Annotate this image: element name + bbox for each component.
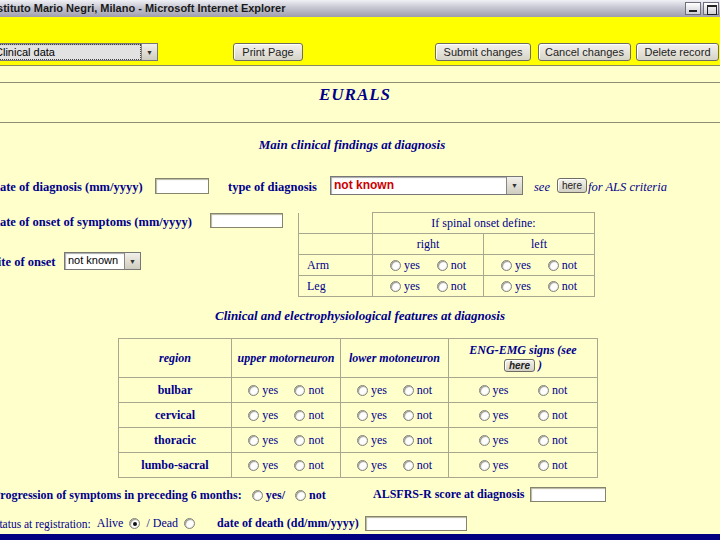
region-thoracic-label: thoracic bbox=[119, 428, 232, 453]
radio-yes-label: yes bbox=[493, 433, 509, 448]
radio-dead[interactable] bbox=[184, 518, 195, 529]
radio-yes[interactable] bbox=[479, 460, 490, 471]
radio-yes-label: yes bbox=[262, 433, 278, 448]
minimize-button[interactable] bbox=[685, 2, 701, 15]
radio-yes[interactable] bbox=[357, 460, 368, 471]
radio-yes[interactable] bbox=[501, 260, 512, 271]
table-row: bulbar yes not yes not yes not bbox=[119, 378, 598, 403]
table-row: right left bbox=[299, 234, 595, 255]
radio-not[interactable] bbox=[548, 281, 559, 292]
leg-right-not: not bbox=[437, 279, 466, 294]
radio-yes[interactable] bbox=[248, 410, 259, 421]
radio-not-label: not bbox=[552, 408, 567, 423]
radio-yes[interactable] bbox=[479, 435, 490, 446]
delete-record-button[interactable]: Delete record bbox=[636, 43, 719, 61]
radio-not[interactable] bbox=[295, 490, 306, 501]
type-of-diagnosis-label: type of diagnosis bbox=[228, 180, 317, 195]
radio-yes-label: yes bbox=[404, 258, 420, 273]
radio-yes[interactable] bbox=[252, 490, 263, 501]
alive-label: Alive bbox=[97, 516, 124, 531]
arm-right-not: not bbox=[437, 258, 466, 273]
date-of-onset-input[interactable] bbox=[210, 213, 283, 228]
radio-yes[interactable] bbox=[357, 410, 368, 421]
als-criteria-here-button[interactable]: here bbox=[557, 178, 587, 193]
radio-not-label: not bbox=[451, 258, 466, 273]
page-title: EURALS bbox=[0, 85, 720, 105]
radio-yes-label: yes bbox=[262, 383, 278, 398]
table-row: region upper motorneuron lower motoneuro… bbox=[119, 339, 598, 378]
radio-yes-label: yes bbox=[493, 383, 509, 398]
radio-not[interactable] bbox=[538, 435, 549, 446]
table-row: thoracic yes not yes not yes not bbox=[119, 428, 598, 453]
upper-motorneuron-header: upper motorneuron bbox=[232, 339, 341, 378]
radio-not[interactable] bbox=[403, 435, 414, 446]
radio-yes[interactable] bbox=[357, 385, 368, 396]
date-of-diagnosis-label: date of diagnosis (mm/yyyy) bbox=[0, 180, 143, 195]
status-row: Status at registration: Alive / Dead dat… bbox=[0, 516, 467, 531]
eng-emg-here-button[interactable]: here bbox=[504, 359, 535, 372]
date-of-death-label: date of death (dd/mm/yyyy) bbox=[217, 516, 359, 531]
radio-not[interactable] bbox=[538, 410, 549, 421]
radio-not[interactable] bbox=[294, 410, 305, 421]
radio-alive[interactable] bbox=[129, 518, 140, 529]
radio-not[interactable] bbox=[437, 260, 448, 271]
print-page-button[interactable]: Print Page bbox=[233, 43, 303, 61]
radio-yes-label: yes/ bbox=[266, 488, 285, 503]
leg-left-yes: yes bbox=[501, 279, 531, 294]
cancel-changes-button[interactable]: Cancel changes bbox=[538, 43, 631, 61]
radio-not[interactable] bbox=[437, 281, 448, 292]
divider bbox=[0, 82, 720, 83]
radio-yes-label: yes bbox=[515, 258, 531, 273]
table-row: lumbo-sacral yes not yes not yes not bbox=[119, 453, 598, 478]
arm-left-yes: yes bbox=[501, 258, 531, 273]
radio-not-label: not bbox=[308, 458, 323, 473]
radio-yes-label: yes bbox=[371, 433, 387, 448]
dead-label: / Dead bbox=[146, 516, 178, 531]
radio-not[interactable] bbox=[403, 410, 414, 421]
table-row: Leg yes not yes not bbox=[299, 276, 595, 297]
radio-not[interactable] bbox=[403, 385, 414, 396]
type-of-diagnosis-select[interactable]: not known ▼ bbox=[330, 176, 523, 195]
status-label: Status at registration: bbox=[0, 518, 91, 530]
radio-yes[interactable] bbox=[248, 435, 259, 446]
radio-yes[interactable] bbox=[390, 260, 401, 271]
alsfrs-score-input[interactable] bbox=[530, 487, 606, 502]
type-of-diagnosis-value: not known bbox=[331, 177, 506, 194]
table-row: Arm yes not yes not bbox=[299, 255, 595, 276]
site-of-onset-select[interactable]: not known ▼ bbox=[64, 252, 141, 270]
radio-yes-label: yes bbox=[371, 383, 387, 398]
table-row: If spinal onset define: bbox=[299, 213, 595, 234]
radio-yes[interactable] bbox=[390, 281, 401, 292]
arm-right-yes: yes bbox=[390, 258, 420, 273]
radio-yes[interactable] bbox=[248, 460, 259, 471]
radio-not[interactable] bbox=[538, 385, 549, 396]
radio-yes[interactable] bbox=[501, 281, 512, 292]
radio-yes[interactable] bbox=[357, 435, 368, 446]
date-of-death-input[interactable] bbox=[365, 516, 467, 531]
radio-not-label: not bbox=[562, 279, 577, 294]
radio-yes-label: yes bbox=[493, 408, 509, 423]
date-of-diagnosis-input[interactable] bbox=[155, 178, 209, 194]
leg-row-label: Leg bbox=[299, 276, 373, 297]
region-lumbo-sacral-label: lumbo-sacral bbox=[119, 453, 232, 478]
title-bar: Istituto Mario Negri, Milano - Microsoft… bbox=[0, 0, 720, 18]
arm-left-not: not bbox=[548, 258, 577, 273]
radio-not[interactable] bbox=[548, 260, 559, 271]
radio-not[interactable] bbox=[403, 460, 414, 471]
features-heading: Clinical and electrophysiological featur… bbox=[0, 308, 720, 324]
region-bulbar-label: bulbar bbox=[119, 378, 232, 403]
spinal-onset-header: If spinal onset define: bbox=[373, 213, 595, 234]
section-select[interactable]: Clinical data ▼ bbox=[0, 43, 158, 61]
browser-window: Istituto Mario Negri, Milano - Microsoft… bbox=[0, 0, 720, 540]
radio-yes[interactable] bbox=[248, 385, 259, 396]
radio-not[interactable] bbox=[294, 385, 305, 396]
radio-not[interactable] bbox=[538, 460, 549, 471]
radio-yes-label: yes bbox=[262, 458, 278, 473]
submit-changes-button[interactable]: Submit changes bbox=[435, 43, 531, 61]
radio-yes[interactable] bbox=[479, 385, 490, 396]
radio-not[interactable] bbox=[294, 435, 305, 446]
radio-not[interactable] bbox=[294, 460, 305, 471]
radio-yes[interactable] bbox=[479, 410, 490, 421]
maximize-button[interactable] bbox=[703, 2, 719, 15]
empty-cell bbox=[299, 213, 373, 234]
